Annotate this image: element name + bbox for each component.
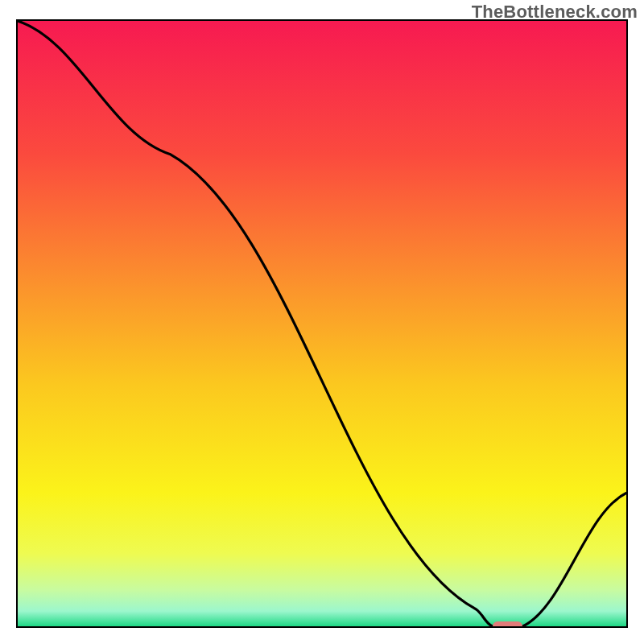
optimal-range-marker — [493, 621, 523, 628]
plot-area — [16, 19, 628, 628]
bottleneck-curve — [18, 21, 626, 626]
chart-frame: TheBottleneck.com — [0, 0, 644, 644]
